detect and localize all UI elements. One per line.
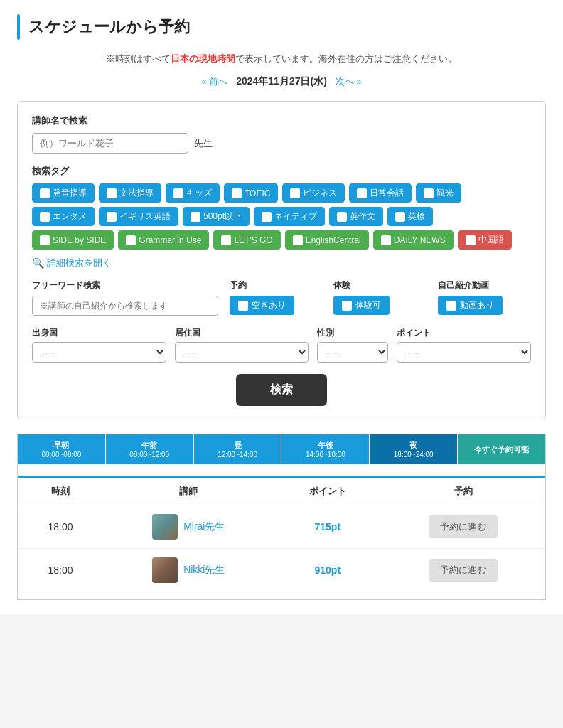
title-accent [17,14,20,40]
tag-TOEIC[interactable]: TOEIC [224,183,278,203]
advanced-search-toggle[interactable]: 🔍 詳細検索を開く [32,257,531,269]
tag-LET'SGO[interactable]: LET'S GO [213,230,280,250]
origin-dropdown-group: 出身国 ---- [32,327,166,363]
origin-select[interactable]: ---- [32,342,166,363]
tag-ビジネス[interactable]: ビジネス [282,183,345,203]
tag-ネイティブ[interactable]: ネイティブ [254,207,325,226]
tag-EnglishCentral[interactable]: EnglishCentral [285,230,369,250]
trial-label: 体験 [333,279,427,291]
video-label: 自己紹介動画 [438,279,531,291]
page-container: スケジュールから予約 ※時刻はすべて日本の現地時間で表示しています。海外在住の方… [0,0,563,614]
video-available-button[interactable]: 動画あり [438,296,503,315]
points-select[interactable]: ---- [397,342,531,363]
gender-select[interactable]: ---- [317,342,388,363]
tag-観光[interactable]: 観光 [416,183,461,203]
book-btn-cell: 予約に進む [381,549,545,592]
tag-英検[interactable]: 英検 [387,207,433,226]
dropdowns-row: 出身国 ---- 居住国 ---- 性別 ---- ポイント [32,327,531,363]
tag-checkbox-icon [40,235,50,245]
tags-section-label: 検索タグ [32,165,531,178]
results-header-row: 時刻講師ポイント予約 [18,478,545,505]
points-dropdown-group: ポイント ---- [397,327,531,363]
table-row: 18:00Nikki先生910pt予約に進む [18,549,545,592]
time-cell: 18:00 [18,505,103,549]
teacher-suffix: 先生 [194,137,213,150]
tag-キッズ[interactable]: キッズ [166,183,220,203]
date-nav: « 前へ 2024年11月27日(水) 次へ » [17,75,546,88]
tag-発音指導[interactable]: 発音指導 [32,183,95,203]
notice-text: ※時刻はすべて日本の現地時間で表示しています。海外在住の方はご注意ください。 [17,53,546,65]
tag-checkbox-icon [293,235,303,245]
time-filter-btn-3[interactable]: 午後14:00~18:00 [282,434,370,464]
advanced-section: フリーワード検索 予約 空きあり 体験 体験可 自己紹介動画 [32,279,531,316]
residence-select[interactable]: ---- [175,342,309,363]
col-header-講師: 講師 [103,478,274,505]
tag-checkbox-icon [40,188,50,198]
tag-イギリス英語[interactable]: イギリス英語 [99,207,178,226]
teacher-cell: Nikki先生 [103,549,274,592]
results-table: 時刻講師ポイント予約 18:00Mirai先生715pt予約に進む18:00Ni… [18,478,545,592]
booking-label: 予約 [230,279,323,291]
page-title-bar: スケジュールから予約 [17,14,546,40]
book-button[interactable]: 予約に進む [429,515,498,538]
teacher-section-label: 講師名で検索 [32,114,531,127]
time-filter-btn-1[interactable]: 午前08:00~12:00 [106,434,194,464]
tag-checkbox-icon [357,188,367,198]
tag-checkbox-icon [466,235,476,245]
points-label: ポイント [397,327,531,339]
search-icon: 🔍 [32,257,44,269]
trial-checkbox-icon [342,301,352,311]
tag-英作文[interactable]: 英作文 [329,207,383,226]
tags-row-3: SIDE by SIDEGrammar in UseLET'S GOEnglis… [32,230,531,250]
tags-section: 検索タグ 発音指導文法指導キッズTOEICビジネス日常会話観光 エンタメイギリス… [32,165,531,250]
tag-checkbox-icon [191,212,200,222]
page-title: スケジュールから予約 [28,16,190,38]
booking-col: 予約 空きあり [230,279,323,316]
time-filter-btn-5[interactable]: 今すぐ予約可能 [458,434,545,464]
book-btn-cell: 予約に進む [381,505,545,549]
tag-checkbox-icon [126,235,136,245]
search-button[interactable]: 検索 [236,374,327,406]
booking-available-button[interactable]: 空きあり [230,296,294,315]
teacher-name-link[interactable]: Nikki先生 [183,564,225,577]
results-panel: 早朝00:00~08:00午前08:00~12:00昼12:00~14:00午後… [17,434,546,600]
tag-checkbox-icon [232,188,242,198]
tag-checkbox-icon [290,188,300,198]
next-date-button[interactable]: 次へ » [336,75,362,88]
tag-checkbox-icon [107,188,117,198]
gender-label: 性別 [317,327,388,339]
booking-checkbox-icon [238,301,248,311]
residence-label: 居住国 [175,327,309,339]
trial-available-button[interactable]: 体験可 [333,296,390,315]
origin-label: 出身国 [32,327,166,339]
table-row: 18:00Mirai先生715pt予約に進む [18,505,545,549]
tag-DAILYNEWS[interactable]: DAILY NEWS [373,230,454,250]
tag-中国語[interactable]: 中国語 [458,230,512,250]
current-date-label: 2024年11月27日(水) [236,75,327,88]
time-filter-btn-4[interactable]: 夜18:00~24:00 [370,434,458,464]
tag-checkbox-icon [107,212,117,222]
tag-checkbox-icon [173,188,183,198]
freeword-label: フリーワード検索 [32,279,218,291]
time-cell: 18:00 [18,549,103,592]
tag-checkbox-icon [381,235,391,245]
teacher-search-input[interactable] [32,133,188,154]
time-filter-btn-0[interactable]: 早朝00:00~08:00 [18,434,106,464]
teacher-name-link[interactable]: Mirai先生 [183,520,225,533]
book-button[interactable]: 予約に進む [429,559,498,582]
video-checkbox-icon [446,301,456,311]
tag-エンタメ[interactable]: エンタメ [32,207,95,226]
tag-日常会話[interactable]: 日常会話 [349,183,412,203]
tag-GrammarinUse[interactable]: Grammar in Use [118,230,209,250]
tag-500pt以下[interactable]: 500pt以下 [183,207,250,226]
prev-date-button[interactable]: « 前へ [201,75,227,88]
tag-文法指導[interactable]: 文法指導 [99,183,161,203]
tag-checkbox-icon [262,212,272,222]
tag-checkbox-icon [221,235,231,245]
tag-SIDEbySIDE[interactable]: SIDE by SIDE [32,230,114,250]
tag-checkbox-icon [337,212,347,222]
teacher-cell: Mirai先生 [103,505,274,549]
col-header-予約: 予約 [381,478,545,505]
time-filter-btn-2[interactable]: 昼12:00~14:00 [194,434,282,464]
freeword-input[interactable] [32,296,218,316]
